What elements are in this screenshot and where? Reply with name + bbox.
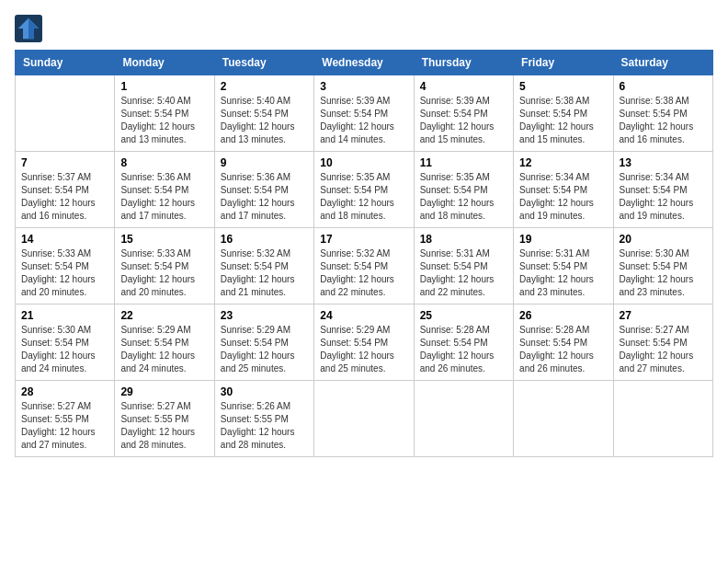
day-cell: 5Sunrise: 5:38 AMSunset: 5:54 PMDaylight… (514, 75, 613, 152)
day-number: 30 (221, 385, 308, 398)
day-info: Sunrise: 5:32 AMSunset: 5:54 PMDaylight:… (221, 247, 308, 299)
weekday-header-friday: Friday (514, 51, 613, 75)
weekday-header-tuesday: Tuesday (214, 51, 313, 75)
day-number: 15 (120, 233, 208, 246)
day-cell: 6Sunrise: 5:38 AMSunset: 5:54 PMDaylight… (613, 75, 712, 152)
day-cell: 16Sunrise: 5:32 AMSunset: 5:54 PMDayligh… (214, 228, 313, 304)
day-cell: 26Sunrise: 5:28 AMSunset: 5:54 PMDayligh… (514, 304, 613, 381)
day-cell (314, 381, 414, 457)
day-cell: 30Sunrise: 5:26 AMSunset: 5:55 PMDayligh… (214, 381, 313, 457)
day-info: Sunrise: 5:29 AMSunset: 5:54 PMDaylight:… (120, 324, 208, 375)
day-info: Sunrise: 5:38 AMSunset: 5:54 PMDaylight:… (620, 95, 707, 146)
day-cell (16, 75, 115, 152)
day-number: 9 (221, 156, 308, 169)
day-number: 5 (519, 80, 607, 93)
week-row-2: 7Sunrise: 5:37 AMSunset: 5:54 PMDaylight… (16, 152, 713, 228)
day-cell: 8Sunrise: 5:36 AMSunset: 5:54 PMDaylight… (115, 152, 214, 228)
day-number: 8 (120, 156, 208, 169)
day-cell: 14Sunrise: 5:33 AMSunset: 5:54 PMDayligh… (16, 228, 115, 304)
day-info: Sunrise: 5:40 AMSunset: 5:54 PMDaylight:… (120, 95, 208, 146)
day-info: Sunrise: 5:27 AMSunset: 5:54 PMDaylight:… (620, 324, 707, 375)
day-number: 27 (620, 309, 707, 322)
day-info: Sunrise: 5:30 AMSunset: 5:54 PMDaylight:… (21, 324, 108, 375)
weekday-header-monday: Monday (115, 51, 214, 75)
day-cell: 1Sunrise: 5:40 AMSunset: 5:54 PMDaylight… (115, 75, 214, 152)
day-cell: 18Sunrise: 5:31 AMSunset: 5:54 PMDayligh… (414, 228, 513, 304)
day-cell: 24Sunrise: 5:29 AMSunset: 5:54 PMDayligh… (314, 304, 414, 381)
day-number: 14 (21, 233, 108, 246)
day-cell: 7Sunrise: 5:37 AMSunset: 5:54 PMDaylight… (16, 152, 115, 228)
day-cell: 21Sunrise: 5:30 AMSunset: 5:54 PMDayligh… (16, 304, 115, 381)
day-number: 18 (420, 233, 507, 246)
day-number: 20 (620, 233, 707, 246)
weekday-header-sunday: Sunday (16, 51, 115, 75)
day-info: Sunrise: 5:40 AMSunset: 5:54 PMDaylight:… (221, 95, 308, 146)
day-info: Sunrise: 5:32 AMSunset: 5:54 PMDaylight:… (320, 247, 407, 299)
day-cell: 12Sunrise: 5:34 AMSunset: 5:54 PMDayligh… (514, 152, 613, 228)
logo (15, 15, 46, 42)
day-number: 21 (21, 309, 108, 322)
day-number: 16 (221, 233, 308, 246)
day-info: Sunrise: 5:37 AMSunset: 5:54 PMDaylight:… (21, 171, 108, 223)
day-info: Sunrise: 5:36 AMSunset: 5:54 PMDaylight:… (221, 171, 308, 223)
day-number: 3 (320, 80, 407, 93)
day-number: 29 (120, 385, 208, 398)
day-info: Sunrise: 5:31 AMSunset: 5:54 PMDaylight:… (420, 247, 507, 299)
day-cell: 11Sunrise: 5:35 AMSunset: 5:54 PMDayligh… (414, 152, 513, 228)
day-cell: 13Sunrise: 5:34 AMSunset: 5:54 PMDayligh… (613, 152, 712, 228)
day-cell: 22Sunrise: 5:29 AMSunset: 5:54 PMDayligh… (115, 304, 214, 381)
day-cell: 19Sunrise: 5:31 AMSunset: 5:54 PMDayligh… (514, 228, 613, 304)
day-number: 6 (620, 80, 707, 93)
day-cell: 28Sunrise: 5:27 AMSunset: 5:55 PMDayligh… (16, 381, 115, 457)
day-cell (514, 381, 613, 457)
day-cell: 9Sunrise: 5:36 AMSunset: 5:54 PMDaylight… (214, 152, 313, 228)
day-info: Sunrise: 5:36 AMSunset: 5:54 PMDaylight:… (120, 171, 208, 223)
day-number: 4 (420, 80, 507, 93)
weekday-header-wednesday: Wednesday (314, 51, 414, 75)
weekday-header-row: SundayMondayTuesdayWednesdayThursdayFrid… (16, 51, 713, 75)
day-info: Sunrise: 5:29 AMSunset: 5:54 PMDaylight:… (221, 324, 308, 375)
day-info: Sunrise: 5:34 AMSunset: 5:54 PMDaylight:… (620, 171, 707, 223)
day-cell: 29Sunrise: 5:27 AMSunset: 5:55 PMDayligh… (115, 381, 214, 457)
weekday-header-saturday: Saturday (613, 51, 712, 75)
day-info: Sunrise: 5:27 AMSunset: 5:55 PMDaylight:… (21, 400, 108, 452)
day-number: 13 (620, 156, 707, 169)
day-number: 2 (221, 80, 308, 93)
logo-icon (15, 15, 42, 42)
day-cell: 4Sunrise: 5:39 AMSunset: 5:54 PMDaylight… (414, 75, 513, 152)
day-cell (613, 381, 712, 457)
day-cell: 17Sunrise: 5:32 AMSunset: 5:54 PMDayligh… (314, 228, 414, 304)
day-cell: 27Sunrise: 5:27 AMSunset: 5:54 PMDayligh… (613, 304, 712, 381)
day-number: 26 (519, 309, 607, 322)
day-info: Sunrise: 5:26 AMSunset: 5:55 PMDaylight:… (221, 400, 308, 452)
day-cell: 15Sunrise: 5:33 AMSunset: 5:54 PMDayligh… (115, 228, 214, 304)
day-number: 19 (519, 233, 607, 246)
day-info: Sunrise: 5:35 AMSunset: 5:54 PMDaylight:… (320, 171, 407, 223)
calendar-table: SundayMondayTuesdayWednesdayThursdayFrid… (15, 50, 713, 457)
day-info: Sunrise: 5:34 AMSunset: 5:54 PMDaylight:… (519, 171, 607, 223)
week-row-1: 1Sunrise: 5:40 AMSunset: 5:54 PMDaylight… (16, 75, 713, 152)
week-row-3: 14Sunrise: 5:33 AMSunset: 5:54 PMDayligh… (16, 228, 713, 304)
day-number: 28 (21, 385, 108, 398)
day-info: Sunrise: 5:38 AMSunset: 5:54 PMDaylight:… (519, 95, 607, 146)
day-number: 12 (519, 156, 607, 169)
day-cell: 23Sunrise: 5:29 AMSunset: 5:54 PMDayligh… (214, 304, 313, 381)
day-info: Sunrise: 5:29 AMSunset: 5:54 PMDaylight:… (320, 324, 407, 375)
day-number: 25 (420, 309, 507, 322)
day-number: 1 (120, 80, 208, 93)
day-number: 23 (221, 309, 308, 322)
day-cell: 10Sunrise: 5:35 AMSunset: 5:54 PMDayligh… (314, 152, 414, 228)
day-info: Sunrise: 5:39 AMSunset: 5:54 PMDaylight:… (420, 95, 507, 146)
day-number: 10 (320, 156, 407, 169)
day-number: 7 (21, 156, 108, 169)
weekday-header-thursday: Thursday (414, 51, 513, 75)
day-info: Sunrise: 5:27 AMSunset: 5:55 PMDaylight:… (120, 400, 208, 452)
day-cell: 25Sunrise: 5:28 AMSunset: 5:54 PMDayligh… (414, 304, 513, 381)
day-cell: 3Sunrise: 5:39 AMSunset: 5:54 PMDaylight… (314, 75, 414, 152)
day-number: 11 (420, 156, 507, 169)
day-number: 24 (320, 309, 407, 322)
day-info: Sunrise: 5:33 AMSunset: 5:54 PMDaylight:… (21, 247, 108, 299)
day-cell: 2Sunrise: 5:40 AMSunset: 5:54 PMDaylight… (214, 75, 313, 152)
day-info: Sunrise: 5:28 AMSunset: 5:54 PMDaylight:… (519, 324, 607, 375)
day-info: Sunrise: 5:35 AMSunset: 5:54 PMDaylight:… (420, 171, 507, 223)
